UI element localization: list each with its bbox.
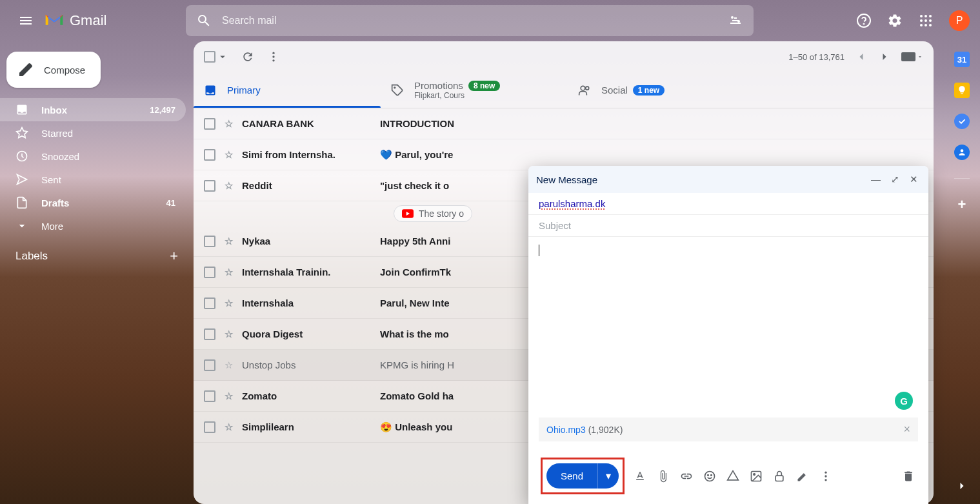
row-checkbox[interactable] (204, 236, 215, 247)
row-checkbox[interactable] (204, 390, 215, 402)
toolbar: 1–50 of 13,761 (194, 41, 934, 72)
minimize-icon[interactable]: — (868, 171, 883, 188)
send-options-dropdown[interactable]: ▾ (597, 463, 619, 489)
row-checkbox[interactable] (204, 359, 215, 371)
insert-photo-icon[interactable] (750, 470, 764, 483)
remove-attachment-icon[interactable]: × (903, 423, 910, 436)
close-icon[interactable]: ✕ (907, 171, 921, 188)
refresh-button[interactable] (241, 50, 254, 63)
help-icon[interactable] (851, 8, 877, 34)
svg-point-12 (925, 24, 927, 26)
star-icon[interactable]: ☆ (225, 297, 233, 309)
svg-point-30 (825, 471, 826, 473)
youtube-chip[interactable]: The story o (394, 205, 472, 222)
sidebar-item-inbox[interactable]: Inbox 12,497 (0, 98, 186, 121)
star-icon[interactable]: ☆ (225, 236, 233, 247)
tab-primary[interactable]: Primary (194, 72, 381, 108)
add-label-button[interactable]: + (170, 248, 178, 265)
star-icon[interactable]: ☆ (225, 328, 233, 340)
star-icon (15, 126, 28, 139)
star-icon[interactable]: ☆ (225, 390, 233, 402)
main-menu-button[interactable] (10, 5, 41, 36)
labels-heading: Labels + (0, 237, 194, 270)
star-icon[interactable]: ☆ (225, 267, 233, 278)
apps-icon[interactable] (913, 8, 939, 34)
file-icon (15, 196, 28, 209)
clock-icon (15, 150, 28, 163)
svg-point-9 (925, 19, 927, 22)
account-avatar[interactable]: P (949, 10, 970, 31)
insert-link-icon[interactable] (680, 470, 694, 483)
svg-point-21 (586, 86, 589, 90)
keep-icon[interactable] (954, 83, 970, 98)
svg-point-23 (961, 149, 964, 152)
collapse-panel-button[interactable] (954, 478, 970, 494)
settings-icon[interactable] (882, 8, 908, 34)
insert-signature-icon[interactable] (796, 470, 810, 483)
more-options-icon[interactable] (819, 470, 834, 483)
search-options-icon[interactable] (728, 13, 743, 28)
gmail-logo[interactable]: Gmail (44, 12, 186, 29)
sidebar-item-starred[interactable]: Starred (0, 121, 186, 145)
svg-point-0 (731, 16, 734, 19)
calendar-icon[interactable]: 31 (954, 52, 970, 67)
compose-title: New Message (536, 174, 597, 185)
chevron-down-icon (15, 219, 28, 232)
tab-promotions[interactable]: Promotions8 new Flipkart, Cours (381, 72, 568, 108)
inbox-icon (15, 103, 28, 116)
to-field[interactable]: parulsharma.dk (528, 193, 928, 215)
subject-field[interactable]: Subject (528, 215, 928, 237)
format-text-icon[interactable] (634, 470, 648, 483)
star-icon[interactable]: ☆ (225, 118, 233, 130)
fullscreen-icon[interactable]: ⤢ (888, 171, 902, 188)
svg-point-25 (708, 474, 709, 476)
select-all-checkbox[interactable] (204, 51, 228, 63)
svg-point-6 (925, 15, 927, 17)
email-row[interactable]: ☆CANARA BANKINTRODUCTION (194, 108, 934, 139)
insert-drive-icon[interactable] (726, 470, 741, 483)
row-checkbox[interactable] (204, 180, 215, 192)
pencil-icon (18, 62, 34, 77)
send-button[interactable]: Send ▾ (546, 463, 619, 489)
row-checkbox[interactable] (204, 421, 215, 433)
search-bar[interactable] (186, 5, 754, 36)
add-addon-button[interactable]: + (954, 197, 970, 212)
star-icon[interactable]: ☆ (225, 149, 233, 161)
compose-body[interactable]: G (528, 237, 928, 418)
svg-point-13 (929, 24, 932, 26)
more-button[interactable] (267, 50, 280, 63)
app-name: Gmail (70, 12, 106, 29)
search-input[interactable] (222, 15, 717, 26)
svg-point-4 (864, 24, 865, 25)
svg-point-28 (754, 473, 755, 475)
discard-draft-icon[interactable] (902, 470, 916, 483)
input-tools-button[interactable] (901, 52, 923, 61)
insert-emoji-icon[interactable] (703, 470, 717, 483)
row-checkbox[interactable] (204, 118, 215, 130)
sidebar-item-sent[interactable]: Sent (0, 168, 186, 191)
contacts-icon[interactable] (954, 145, 970, 160)
row-checkbox[interactable] (204, 297, 215, 309)
row-checkbox[interactable] (204, 328, 215, 340)
tab-social[interactable]: Social1 new (568, 72, 755, 108)
sidebar-item-snoozed[interactable]: Snoozed (0, 145, 186, 168)
next-page-button[interactable] (878, 50, 891, 63)
svg-point-10 (929, 19, 932, 22)
pagination-text: 1–50 of 13,761 (788, 52, 845, 62)
star-icon[interactable]: ☆ (225, 180, 233, 192)
star-icon[interactable]: ☆ (225, 359, 233, 371)
attach-file-icon[interactable] (657, 470, 671, 483)
grammarly-icon[interactable]: G (895, 392, 913, 410)
tasks-icon[interactable] (954, 114, 970, 129)
compose-header[interactable]: New Message — ⤢ ✕ (528, 166, 928, 193)
row-checkbox[interactable] (204, 149, 215, 161)
compose-button[interactable]: Compose (6, 52, 101, 88)
prev-page-button[interactable] (855, 50, 868, 63)
attachment-chip[interactable]: Ohio.mp3 (1,902K) × (539, 418, 918, 441)
sidebar-item-more[interactable]: More (0, 214, 186, 237)
star-icon[interactable]: ☆ (225, 421, 233, 433)
sidebar: Compose Inbox 12,497 Starred Snoozed Sen… (0, 41, 194, 504)
row-checkbox[interactable] (204, 267, 215, 278)
confidential-mode-icon[interactable] (773, 470, 787, 483)
sidebar-item-drafts[interactable]: Drafts 41 (0, 191, 186, 214)
